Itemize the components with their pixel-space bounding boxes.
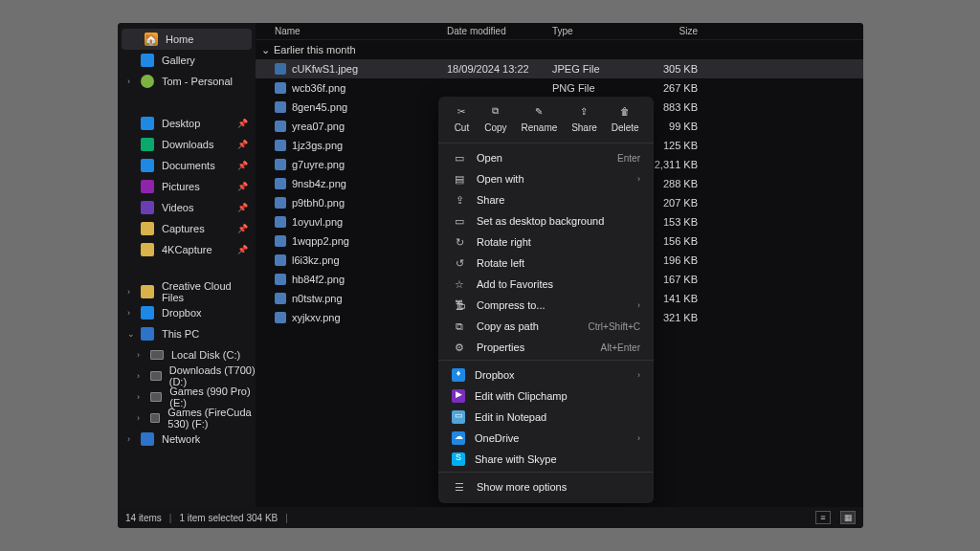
sidebar-dropbox[interactable]: ›Dropbox <box>118 302 256 323</box>
file-icon <box>275 159 286 170</box>
cut-button[interactable]: ✂Cut <box>453 102 470 133</box>
ctx-dropbox[interactable]: ♦Dropbox› <box>438 364 654 386</box>
sidebar-4kcapture[interactable]: 4KCapture📌 <box>118 239 256 260</box>
copy-button[interactable]: ⧉Copy <box>484 102 506 133</box>
ctx-share[interactable]: ⇪Share <box>438 189 654 210</box>
ctx-copy-path[interactable]: ⧉Copy as pathCtrl+Shift+C <box>438 316 654 337</box>
dropbox-icon <box>141 306 154 320</box>
sidebar-desktop[interactable]: Desktop📌 <box>118 113 256 134</box>
sidebar-label: Captures <box>162 223 205 234</box>
ctx-favorites[interactable]: ☆Add to Favorites <box>438 274 654 295</box>
file-size: 267 KB <box>640 82 698 94</box>
sidebar-drive-e[interactable]: ›Games (990 Pro) (E:) <box>118 386 256 408</box>
sidebar-label: Creative Cloud Files <box>162 280 256 303</box>
sidebar-drive-d[interactable]: ›Downloads (T700) (D:) <box>118 365 256 386</box>
desktop-bg-icon: ▭ <box>452 215 467 228</box>
pin-icon[interactable]: 📌 <box>237 182 248 191</box>
ctx-skype[interactable]: SShare with Skype <box>438 449 654 470</box>
sidebar-label: Games (FireCuda 530) (F:) <box>167 407 256 430</box>
ctx-open-with[interactable]: ▤Open with› <box>438 168 654 189</box>
chevron-right-icon: › <box>637 433 640 443</box>
chevron-right-icon[interactable]: › <box>137 413 140 423</box>
sidebar-captures[interactable]: Captures📌 <box>118 218 256 239</box>
drive-icon <box>150 350 164 360</box>
file-icon <box>275 254 286 266</box>
file-icon <box>275 178 286 189</box>
clipchamp-icon: ▶ <box>452 389 465 403</box>
ctx-show-more[interactable]: ☰Show more options <box>438 476 654 497</box>
sidebar-drive-f[interactable]: ›Games (FireCuda 530) (F:) <box>118 408 256 429</box>
home-icon: 🏠 <box>145 33 158 46</box>
pin-icon[interactable]: 📌 <box>237 140 248 149</box>
ctx-notepad[interactable]: ▭Edit in Notepad <box>438 407 654 428</box>
chevron-right-icon: › <box>637 370 640 380</box>
ctx-rotate-left[interactable]: ↺Rotate left <box>438 253 654 274</box>
downloads-icon <box>141 138 154 151</box>
chevron-right-icon: › <box>637 300 640 310</box>
ctx-compress[interactable]: 🗜Compress to...› <box>438 295 654 316</box>
ctx-set-background[interactable]: ▭Set as desktop background <box>438 210 654 231</box>
sidebar-gallery[interactable]: Gallery <box>118 50 256 71</box>
col-date[interactable]: Date modified <box>447 26 552 36</box>
sidebar-videos[interactable]: Videos📌 <box>118 197 256 218</box>
sidebar-label: 4KCapture <box>162 244 212 255</box>
sidebar-ccf[interactable]: ›Creative Cloud Files <box>118 281 256 302</box>
status-items: 14 items <box>125 513 162 523</box>
ctx-onedrive[interactable]: ☁OneDrive› <box>438 428 654 449</box>
chevron-right-icon[interactable]: › <box>137 350 140 360</box>
sidebar-network[interactable]: ›Network <box>118 429 256 450</box>
sidebar-label: Network <box>162 433 200 445</box>
chevron-right-icon[interactable]: › <box>127 434 130 444</box>
ctx-open[interactable]: ▭OpenEnter <box>438 147 654 168</box>
folder-icon <box>141 222 154 235</box>
share-icon: ⇪ <box>575 102 592 120</box>
sidebar-home[interactable]: 🏠 Home <box>122 29 252 50</box>
sidebar-label: Gallery <box>162 55 195 66</box>
pin-icon[interactable]: 📌 <box>237 161 248 170</box>
pin-icon[interactable]: 📌 <box>237 245 248 254</box>
chevron-right-icon[interactable]: › <box>137 371 140 381</box>
share-button[interactable]: ⇪Share <box>571 102 597 133</box>
rename-button[interactable]: ✎Rename <box>521 102 557 133</box>
sidebar-downloads[interactable]: Downloads📌 <box>118 134 256 155</box>
file-row[interactable]: wcb36f.pngPNG File267 KB <box>256 78 863 98</box>
file-icon <box>275 101 286 113</box>
sidebar-label: Home <box>166 33 193 45</box>
file-icon <box>275 293 286 304</box>
pin-icon[interactable]: 📌 <box>237 119 248 128</box>
chevron-down-icon[interactable]: ⌄ <box>127 329 135 339</box>
chevron-right-icon[interactable]: › <box>127 77 130 86</box>
group-header[interactable]: ⌄ Earlier this month <box>256 40 863 59</box>
col-type[interactable]: Type <box>552 26 640 36</box>
drive-icon <box>150 392 162 402</box>
sidebar-user[interactable]: › Tom - Personal <box>118 71 256 92</box>
pin-icon[interactable]: 📌 <box>237 224 248 233</box>
chevron-right-icon[interactable]: › <box>127 308 130 318</box>
view-tiles-button[interactable]: ▦ <box>840 511 856 524</box>
col-name[interactable]: Name <box>275 26 447 36</box>
file-name: xyjkxv.png <box>292 312 447 323</box>
file-name: wcb36f.png <box>292 82 447 94</box>
ctx-clipchamp[interactable]: ▶Edit with Clipchamp <box>438 386 654 407</box>
col-size[interactable]: Size <box>640 26 698 36</box>
ctx-rotate-right[interactable]: ↻Rotate right <box>438 231 654 253</box>
onedrive-icon: ☁ <box>452 431 465 445</box>
sidebar-label: Downloads (T700) (D:) <box>169 364 256 387</box>
sidebar-drive-c[interactable]: ›Local Disk (C:) <box>118 344 256 365</box>
sidebar-documents[interactable]: Documents📌 <box>118 155 256 176</box>
folder-icon <box>141 285 154 298</box>
file-row[interactable]: cUKfwS1.jpeg18/09/2024 13:22JPEG File305… <box>256 59 863 78</box>
ctx-properties[interactable]: ⚙PropertiesAlt+Enter <box>438 337 654 358</box>
delete-button[interactable]: 🗑Delete <box>612 102 639 133</box>
desktop-icon <box>141 117 154 130</box>
chevron-right-icon[interactable]: › <box>127 287 130 297</box>
file-icon <box>275 140 286 151</box>
chevron-right-icon[interactable]: › <box>137 392 140 402</box>
sidebar-label: Videos <box>162 202 193 213</box>
file-icon <box>275 197 286 209</box>
sidebar-thispc[interactable]: ⌄This PC <box>118 323 256 344</box>
view-details-button[interactable]: ≡ <box>815 511 831 524</box>
sidebar-pictures[interactable]: Pictures📌 <box>118 176 256 197</box>
pin-icon[interactable]: 📌 <box>237 203 248 212</box>
file-icon <box>275 235 286 247</box>
